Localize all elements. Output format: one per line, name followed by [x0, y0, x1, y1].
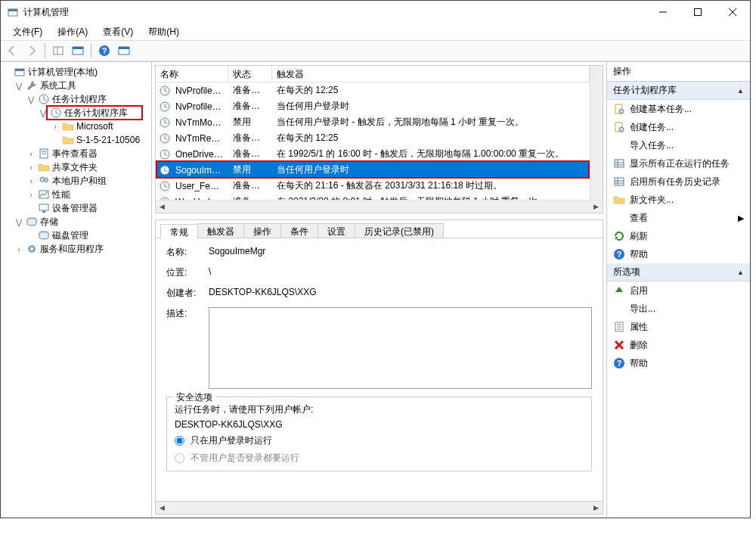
tab-0[interactable]: 常规: [160, 224, 198, 238]
tab-2[interactable]: 操作: [243, 223, 281, 238]
security-group-title: 安全选项: [173, 391, 215, 404]
close-button[interactable]: [715, 1, 750, 23]
tree-storage[interactable]: 存储: [40, 216, 58, 229]
clock-icon: [159, 180, 171, 192]
details-tabs: 常规触发器操作条件设置历史记录(已禁用): [156, 220, 603, 238]
action-item[interactable]: 帮助: [607, 354, 750, 372]
maximize-button[interactable]: [680, 1, 715, 23]
toggle-library[interactable]: ⋁: [39, 108, 48, 117]
blank-icon: [613, 139, 625, 151]
col-status[interactable]: 状态: [228, 66, 272, 82]
doc-icon: [613, 121, 625, 133]
toolbar-help-icon[interactable]: [96, 42, 113, 59]
tree-sid[interactable]: S-1-5-21-10506: [76, 135, 140, 145]
action-item[interactable]: 属性: [607, 318, 750, 336]
toggle-microsoft[interactable]: ›: [51, 122, 60, 131]
details-hscroll[interactable]: ◀▶: [156, 501, 603, 514]
clock-icon: [38, 93, 50, 105]
actions-section-library[interactable]: 任务计划程序库▲: [607, 82, 750, 100]
tree-users[interactable]: 本地用户和组: [52, 175, 107, 188]
clock-icon: [159, 117, 171, 129]
task-name: OneDrive S...: [171, 149, 228, 160]
tree-devmgr[interactable]: 设备管理器: [52, 202, 98, 215]
toggle-perf[interactable]: ›: [26, 190, 36, 199]
toggle-scheduler[interactable]: ⋁: [26, 95, 36, 104]
toggle-eventviewer[interactable]: ›: [26, 149, 36, 158]
tree-perf[interactable]: 性能: [52, 188, 70, 201]
toggle-services[interactable]: ›: [14, 244, 23, 253]
nav-forward-button[interactable]: [23, 42, 40, 59]
action-item[interactable]: 删除: [607, 336, 750, 354]
action-item[interactable]: 显示所有正在运行的任务: [607, 154, 750, 173]
center-panel: 名称 状态 触发器 NvProfileU...准备就绪在每天的 12:25NvP…: [152, 62, 607, 518]
tree-eventviewer[interactable]: 事件查看器: [52, 148, 98, 160]
tree-panel[interactable]: 计算机管理(本地) ⋁系统工具 ⋁任务计划程序 ⋁任务计划程序库: [1, 62, 152, 518]
action-item[interactable]: 刷新: [607, 227, 750, 245]
shared-icon: [38, 161, 50, 173]
task-list-hscroll[interactable]: ◀▶: [156, 200, 603, 213]
minimize-button[interactable]: [646, 1, 680, 23]
clock-icon: [159, 132, 171, 145]
toolbar-panes-icon[interactable]: [50, 42, 67, 59]
radio-any[interactable]: [175, 453, 184, 463]
up-icon: [613, 284, 625, 297]
col-name[interactable]: 名称: [156, 66, 228, 82]
action-label: 启用: [630, 284, 648, 297]
toggle-users[interactable]: ›: [26, 176, 36, 185]
tree-systools[interactable]: 系统工具: [40, 79, 76, 92]
menu-view[interactable]: 查看(V): [95, 24, 141, 40]
task-status: 准备就绪: [228, 195, 272, 200]
task-rows[interactable]: NvProfileU...准备就绪在每天的 12:25NvProfileU...…: [156, 82, 590, 200]
task-row[interactable]: NvProfileU...准备就绪当任何用户登录时: [156, 98, 590, 114]
table-icon: [613, 157, 625, 169]
folder-icon: [613, 194, 625, 206]
toolbar-view-icon[interactable]: [116, 42, 132, 59]
tab-5[interactable]: 历史记录(已禁用): [355, 223, 444, 238]
action-item[interactable]: 启用: [607, 281, 750, 300]
action-item[interactable]: 导入任务...: [607, 136, 750, 154]
task-row[interactable]: NvTmMon_...禁用当任何用户登录时 - 触发后，无限期地每隔 1 小时 …: [156, 114, 590, 130]
menu-help[interactable]: 帮助(H): [141, 24, 187, 40]
tab-1[interactable]: 触发器: [197, 223, 244, 238]
action-item[interactable]: 创建任务...: [607, 118, 750, 136]
toggle-storage[interactable]: ⋁: [14, 217, 23, 226]
tree-microsoft[interactable]: Microsoft: [76, 121, 113, 132]
tree-scheduler[interactable]: 任务计划程序: [52, 93, 107, 106]
tab-3[interactable]: 条件: [280, 223, 318, 238]
app-icon: [7, 6, 19, 18]
radio-logged-on[interactable]: [175, 436, 184, 446]
action-item[interactable]: 帮助: [607, 245, 750, 263]
desc-box[interactable]: [209, 307, 592, 389]
task-status: 准备就绪: [228, 100, 272, 113]
task-row[interactable]: SogouIme...禁用当任何用户登录时: [156, 162, 590, 178]
tree-services[interactable]: 服务和应用程序: [40, 243, 104, 256]
col-trigger[interactable]: 触发器: [272, 66, 590, 82]
lbl-desc: 描述:: [166, 307, 209, 320]
task-list-vscroll[interactable]: [590, 66, 603, 200]
menu-action[interactable]: 操作(A): [50, 24, 95, 40]
action-item[interactable]: 导出...: [607, 300, 750, 318]
toggle-shared[interactable]: ›: [26, 163, 36, 172]
folder-icon: [62, 120, 74, 132]
actions-section-selected[interactable]: 所选项▲: [607, 263, 750, 281]
tree-library[interactable]: 任务计划程序库: [64, 107, 128, 120]
action-item[interactable]: 创建基本任务...: [607, 100, 750, 118]
tab-4[interactable]: 设置: [318, 223, 355, 238]
task-row[interactable]: NvTmRep_{...准备就绪在每天的 12:25: [156, 130, 590, 146]
toggle-systools[interactable]: ⋁: [14, 81, 23, 90]
action-label: 属性: [630, 321, 648, 334]
task-row[interactable]: User_Feed_...准备就绪在每天的 21:16 - 触发器在 2031/…: [156, 178, 590, 194]
action-item[interactable]: 查看▶: [607, 209, 750, 227]
action-item[interactable]: 新文件夹...: [607, 191, 750, 209]
nav-back-button[interactable]: [4, 42, 20, 59]
task-row[interactable]: OneDrive S...准备就绪在 1992/5/1 的 16:00 时 - …: [156, 146, 590, 162]
task-row[interactable]: NvProfileU...准备就绪在每天的 12:25: [156, 82, 590, 98]
toolbar-props-icon[interactable]: [70, 42, 86, 59]
action-item[interactable]: 启用所有任务历史记录: [607, 173, 750, 191]
task-name: NvTmMon_...: [171, 117, 228, 128]
tree-diskmgr[interactable]: 磁盘管理: [52, 229, 88, 242]
tree-shared[interactable]: 共享文件夹: [52, 161, 98, 174]
menu-file[interactable]: 文件(F): [5, 24, 50, 40]
tree-root[interactable]: 计算机管理(本地): [28, 66, 98, 79]
task-row[interactable]: WpsUpdat...准备就绪在 2021/3/30 的 8:01 时 - 触发…: [156, 194, 590, 200]
